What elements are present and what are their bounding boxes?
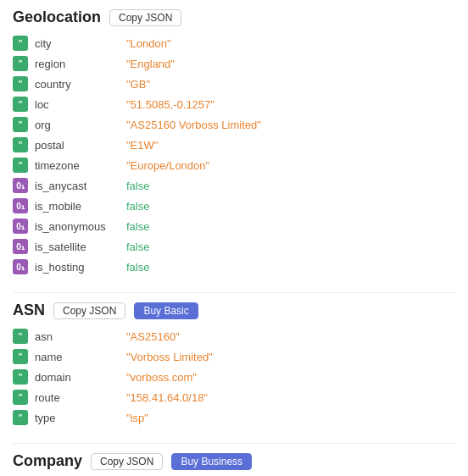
badge-green-icon: " bbox=[13, 349, 28, 364]
company-copy-btn[interactable]: Copy JSON bbox=[91, 453, 163, 470]
table-row: "region"England" bbox=[13, 53, 455, 74]
company-section: Company Copy JSON Buy Business "name"Vor… bbox=[13, 452, 455, 476]
badge-green-icon: " bbox=[13, 158, 28, 173]
badge-green-icon: " bbox=[13, 76, 28, 91]
company-header: Company Copy JSON Buy Business bbox=[13, 452, 455, 470]
row-value: "AS25160 Vorboss Limited" bbox=[126, 119, 261, 131]
row-value: "vorboss.com" bbox=[126, 371, 197, 384]
row-key: domain bbox=[35, 371, 120, 384]
badge-purple-icon: 0₁ bbox=[13, 259, 28, 274]
row-value: false bbox=[126, 261, 149, 274]
row-key: is_satellite bbox=[35, 241, 120, 253]
row-value: "Vorboss Limited" bbox=[126, 351, 213, 363]
row-key: is_hosting bbox=[35, 261, 120, 274]
table-row: "timezone"Europe/London" bbox=[13, 155, 455, 175]
row-key: loc bbox=[35, 98, 120, 111]
table-row: "city"London" bbox=[13, 33, 455, 53]
row-key: org bbox=[35, 119, 120, 131]
geolocation-section: Geolocation Copy JSON "city"London""regi… bbox=[13, 8, 455, 277]
row-key: city bbox=[35, 37, 120, 50]
row-key: postal bbox=[35, 139, 120, 152]
asn-title: ASN bbox=[13, 302, 45, 319]
table-row: "country"GB" bbox=[13, 74, 455, 94]
row-key: is_anonymous bbox=[35, 220, 120, 233]
row-value: "isp" bbox=[126, 412, 148, 424]
table-row: "domain"vorboss.com" bbox=[13, 367, 455, 387]
row-value: "GB" bbox=[126, 78, 150, 91]
badge-green-icon: " bbox=[13, 97, 28, 112]
row-value: false bbox=[126, 200, 149, 213]
table-row: 0₁is_hostingfalse bbox=[13, 257, 455, 277]
badge-purple-icon: 0₁ bbox=[13, 198, 28, 213]
badge-green-icon: " bbox=[13, 390, 28, 405]
row-value: "158.41.64.0/18" bbox=[126, 391, 208, 404]
table-row: "asn"AS25160" bbox=[13, 326, 455, 346]
row-value: false bbox=[126, 220, 149, 233]
asn-header: ASN Copy JSON Buy Basic bbox=[13, 302, 455, 319]
badge-green-icon: " bbox=[13, 369, 28, 385]
row-value: "51.5085,-0.1257" bbox=[126, 98, 214, 111]
row-key: country bbox=[35, 78, 120, 91]
geolocation-copy-btn[interactable]: Copy JSON bbox=[109, 9, 181, 26]
badge-green-icon: " bbox=[13, 117, 28, 132]
geolocation-header: Geolocation Copy JSON bbox=[13, 8, 455, 26]
table-row: "org"AS25160 Vorboss Limited" bbox=[13, 114, 455, 135]
table-row: "route"158.41.64.0/18" bbox=[13, 387, 455, 407]
table-row: 0₁is_anycastfalse bbox=[13, 175, 455, 196]
row-key: asn bbox=[35, 330, 120, 343]
company-buy-btn[interactable]: Buy Business bbox=[171, 453, 252, 470]
badge-green-icon: " bbox=[13, 410, 28, 425]
table-row: 0₁is_mobilefalse bbox=[13, 196, 455, 216]
row-value: "England" bbox=[126, 58, 175, 70]
badge-green-icon: " bbox=[13, 137, 28, 152]
row-value: false bbox=[126, 241, 149, 253]
row-value: "E1W" bbox=[126, 139, 158, 152]
row-key: timezone bbox=[35, 159, 120, 172]
row-key: is_mobile bbox=[35, 200, 120, 213]
badge-purple-icon: 0₁ bbox=[13, 178, 28, 193]
table-row: 0₁is_anonymousfalse bbox=[13, 216, 455, 236]
geolocation-title: Geolocation bbox=[13, 8, 101, 26]
badge-green-icon: " bbox=[13, 36, 28, 51]
table-row: "type"isp" bbox=[13, 407, 455, 428]
table-row: 0₁is_satellitefalse bbox=[13, 236, 455, 257]
asn-rows: "asn"AS25160""name"Vorboss Limited""doma… bbox=[13, 326, 455, 428]
badge-green-icon: " bbox=[13, 329, 28, 344]
row-key: route bbox=[35, 391, 120, 404]
company-title: Company bbox=[13, 452, 82, 470]
row-value: "Europe/London" bbox=[126, 159, 209, 172]
row-value: "AS25160" bbox=[126, 330, 180, 343]
asn-buy-btn[interactable]: Buy Basic bbox=[134, 302, 198, 319]
badge-purple-icon: 0₁ bbox=[13, 219, 28, 234]
row-key: name bbox=[35, 351, 120, 363]
asn-section: ASN Copy JSON Buy Basic "asn"AS25160""na… bbox=[13, 302, 455, 428]
row-value: false bbox=[126, 180, 149, 192]
table-row: "loc"51.5085,-0.1257" bbox=[13, 94, 455, 114]
row-key: type bbox=[35, 412, 120, 424]
row-value: "London" bbox=[126, 37, 171, 50]
table-row: "postal"E1W" bbox=[13, 135, 455, 155]
geolocation-rows: "city"London""region"England""country"GB… bbox=[13, 33, 455, 277]
badge-purple-icon: 0₁ bbox=[13, 239, 28, 254]
row-key: is_anycast bbox=[35, 180, 120, 192]
badge-green-icon: " bbox=[13, 56, 28, 71]
row-key: region bbox=[35, 58, 120, 70]
table-row: "name"Vorboss Limited" bbox=[13, 346, 455, 367]
asn-copy-btn[interactable]: Copy JSON bbox=[53, 302, 125, 319]
